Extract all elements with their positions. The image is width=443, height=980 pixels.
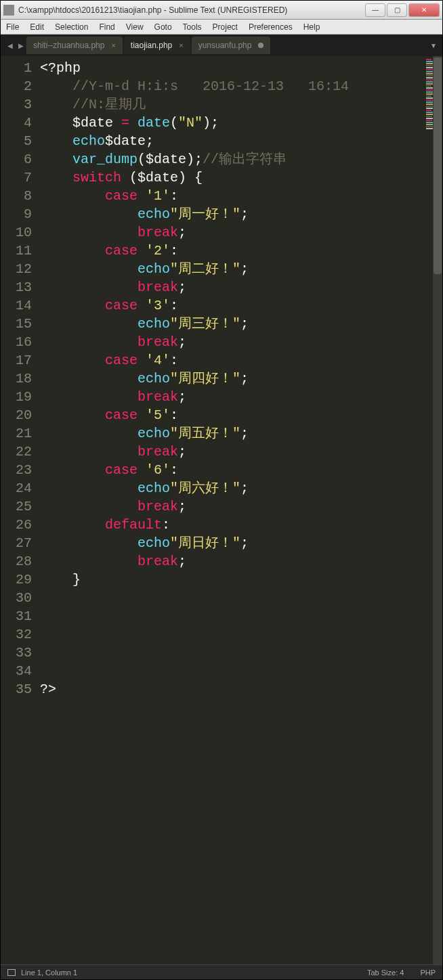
code-line[interactable]: break; (40, 278, 425, 296)
code-line[interactable] (40, 662, 425, 680)
tab-tiaojian[interactable]: tiaojian.php × (124, 37, 190, 54)
line-number: 14 (1, 296, 40, 315)
menu-help[interactable]: Help (303, 22, 320, 32)
code-line[interactable]: case '2': (40, 242, 425, 260)
statusbar: Line 1, Column 1 Tab Size: 4 PHP (1, 964, 442, 979)
code-line[interactable]: } (40, 571, 425, 589)
editor[interactable]: 1234567891011121314151617181920212223242… (1, 56, 442, 964)
status-position[interactable]: Line 1, Column 1 (21, 968, 77, 977)
maximize-button[interactable]: ▢ (387, 3, 407, 17)
code-line[interactable]: <?php (40, 59, 425, 77)
code-line[interactable]: break; (40, 223, 425, 242)
line-number: 1 (1, 59, 40, 77)
line-number: 20 (1, 406, 40, 424)
code-line[interactable] (40, 644, 425, 662)
line-number: 25 (1, 497, 40, 516)
code-line[interactable]: echo"周三好！"; (40, 315, 425, 333)
line-number: 33 (1, 644, 40, 662)
menu-selection[interactable]: Selection (55, 22, 88, 32)
code-line[interactable]: //N:星期几 (40, 95, 425, 114)
line-number: 10 (1, 223, 40, 242)
menu-find[interactable]: Find (99, 22, 114, 32)
panel-switcher-icon[interactable] (7, 969, 16, 976)
code-line[interactable]: echo"周五好！"; (40, 424, 425, 443)
code-line[interactable]: ?> (40, 680, 425, 698)
line-number: 4 (1, 114, 40, 132)
tab-dirty-icon (258, 43, 263, 48)
code-line[interactable] (40, 607, 425, 625)
line-number: 11 (1, 242, 40, 260)
tab-close-icon[interactable]: × (179, 41, 183, 49)
tab-shiti-zhuanhua[interactable]: shiti--zhuanhua.php × (26, 37, 123, 54)
tab-overflow-icon[interactable]: ▼ (430, 42, 437, 49)
code-line[interactable]: case '3': (40, 296, 425, 315)
close-button[interactable]: ✕ (408, 3, 440, 17)
code-line[interactable]: case '4': (40, 351, 425, 370)
code-line[interactable]: break; (40, 388, 425, 406)
app-window: C:\xampp\htdocs\20161213\tiaojian.php - … (0, 0, 443, 980)
code-line[interactable]: $date = date("N"); (40, 114, 425, 132)
code-line[interactable]: echo$date; (40, 132, 425, 150)
menu-preferences[interactable]: Preferences (249, 22, 293, 32)
line-number: 16 (1, 333, 40, 351)
window-controls: — ▢ ✕ (364, 3, 440, 17)
line-number: 35 (1, 680, 40, 698)
status-language[interactable]: PHP (420, 968, 436, 977)
menu-project[interactable]: Project (213, 22, 238, 32)
app-icon (3, 5, 14, 16)
tab-label: tiaojian.php (131, 41, 172, 50)
tabbar: ◀ ▶ shiti--zhuanhua.php × tiaojian.php ×… (1, 35, 442, 56)
code-line[interactable]: break; (40, 497, 425, 516)
code-line[interactable]: break; (40, 443, 425, 461)
line-number: 12 (1, 260, 40, 278)
code-line[interactable]: echo"周六好！"; (40, 479, 425, 497)
menu-tools[interactable]: Tools (183, 22, 202, 32)
code-line[interactable] (40, 625, 425, 644)
line-number: 18 (1, 370, 40, 388)
minimap[interactable] (425, 56, 442, 964)
tab-label: yunsuanfu.php (198, 41, 252, 50)
menu-view[interactable]: View (126, 22, 144, 32)
code-line[interactable] (40, 589, 425, 607)
line-number: 21 (1, 424, 40, 443)
line-number: 31 (1, 607, 40, 625)
line-number: 24 (1, 479, 40, 497)
tab-close-icon[interactable]: × (111, 41, 115, 49)
menu-goto[interactable]: Goto (154, 22, 172, 32)
line-number: 32 (1, 625, 40, 644)
line-number: 17 (1, 351, 40, 370)
line-number: 34 (1, 662, 40, 680)
line-number: 29 (1, 571, 40, 589)
line-number: 8 (1, 187, 40, 205)
tab-prev-icon[interactable]: ◀ (5, 42, 16, 49)
line-number: 28 (1, 552, 40, 571)
code-line[interactable]: echo"周四好！"; (40, 370, 425, 388)
scroll-thumb[interactable] (434, 58, 442, 274)
code-line[interactable]: default: (40, 516, 425, 534)
code-line[interactable]: case '5': (40, 406, 425, 424)
code-line[interactable]: case '6': (40, 461, 425, 479)
line-number: 9 (1, 205, 40, 223)
titlebar[interactable]: C:\xampp\htdocs\20161213\tiaojian.php - … (1, 1, 442, 20)
code-line[interactable]: break; (40, 552, 425, 571)
menu-file[interactable]: File (6, 22, 19, 32)
tab-yunsuanfu[interactable]: yunsuanfu.php (192, 37, 271, 54)
minimize-button[interactable]: — (365, 3, 385, 17)
code-line[interactable]: echo"周一好！"; (40, 205, 425, 223)
line-number: 27 (1, 534, 40, 552)
menu-edit[interactable]: Edit (30, 22, 44, 32)
code-line[interactable]: break; (40, 333, 425, 351)
code-line[interactable]: case '1': (40, 187, 425, 205)
code-line[interactable]: echo"周日好！"; (40, 534, 425, 552)
status-tabsize[interactable]: Tab Size: 4 (367, 968, 404, 977)
code-line[interactable]: switch ($date) { (40, 169, 425, 187)
code-line[interactable]: echo"周二好！"; (40, 260, 425, 278)
code-line[interactable]: var_dump($date);//输出字符串 (40, 150, 425, 169)
tab-next-icon[interactable]: ▶ (16, 42, 26, 49)
code-line[interactable]: //Y-m-d H:i:s 2016-12-13 16:14 (40, 77, 425, 95)
line-gutter: 1234567891011121314151617181920212223242… (1, 56, 40, 964)
code-area[interactable]: <?php //Y-m-d H:i:s 2016-12-13 16:14 //N… (40, 56, 425, 964)
scrollbar-vertical[interactable] (433, 56, 442, 964)
line-number: 19 (1, 388, 40, 406)
line-number: 2 (1, 77, 40, 95)
